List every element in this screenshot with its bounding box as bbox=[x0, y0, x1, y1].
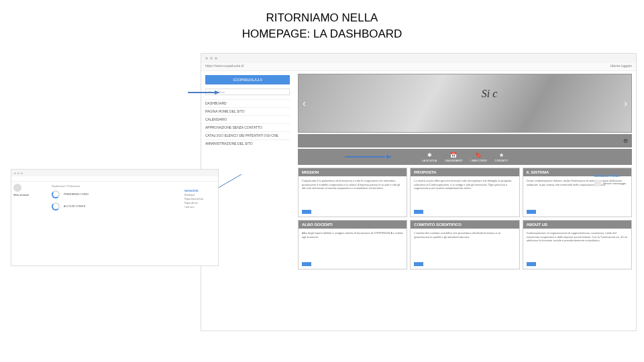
nav-item[interactable]: 📅CALENDARIO bbox=[445, 152, 462, 162]
menu-item[interactable]: CALENDARIO bbox=[205, 115, 290, 123]
menu-item[interactable]: DASHBOARD bbox=[205, 99, 290, 107]
slide-title-line1: RITORNIAMO NELLA bbox=[0, 10, 644, 26]
messages-heading: MESSAGGI PRIVATI bbox=[594, 174, 632, 178]
menu-item[interactable]: AMMINISTRAZIONE DEL SITO bbox=[205, 139, 290, 147]
nav-strip: ✱LA SCUOLA 📅CALENDARIO 🔖I MIEI CORSI ★CO… bbox=[298, 149, 632, 165]
gear-icon[interactable]: ⚙ bbox=[623, 138, 628, 144]
window-dot bbox=[14, 172, 16, 174]
card-about: ABOUT USConfcooperative, le organizzazio… bbox=[523, 220, 632, 269]
browser-url-bar[interactable]: https://www.coopskuola.it/ Utente loggat… bbox=[201, 63, 636, 71]
card-mission: MISSIONCoopskuola è la piattaforma di fo… bbox=[298, 168, 407, 217]
star-icon: ★ bbox=[499, 152, 504, 158]
annotation-arrow bbox=[345, 155, 392, 159]
site-logo[interactable]: COOPSKUOLA 2.0 bbox=[205, 75, 290, 84]
card-button[interactable] bbox=[527, 210, 536, 214]
menu-item[interactable]: PAGINA HOME DEL SITO bbox=[205, 107, 290, 115]
toolbar-strip: ⚙ bbox=[298, 134, 632, 147]
nav-link[interactable]: Pagine del sito bbox=[184, 202, 215, 204]
messages-item[interactable]: Nessun messaggio bbox=[594, 180, 632, 186]
card-comitato: COMITATO SCIENTIFICOI membri del comitat… bbox=[410, 220, 519, 269]
card-button[interactable] bbox=[527, 262, 536, 266]
puzzle-icon: ✱ bbox=[427, 152, 432, 158]
nav-block: NAVIGAZIONE Dashboard Pagina home del si… bbox=[184, 190, 215, 208]
slide-title-line2: HOMEPAGE: LA DASHBOARD bbox=[0, 26, 644, 42]
window-dot bbox=[205, 57, 208, 60]
user-avatar[interactable] bbox=[13, 184, 21, 192]
carousel-next-icon[interactable]: › bbox=[624, 98, 627, 109]
card-button[interactable] bbox=[414, 262, 423, 266]
progress-circle-icon bbox=[52, 202, 60, 210]
nav-item[interactable]: 🔖I MIEI CORSI bbox=[470, 152, 486, 162]
menu-item[interactable]: CATALOGO ELENCO DEI PATENTATI OGI-CNE bbox=[205, 131, 290, 139]
carousel-prev-icon[interactable]: ‹ bbox=[303, 98, 306, 109]
hero-script-text: Si c bbox=[482, 88, 498, 100]
card-grid: MISSIONCoopskuola è la piattaforma di fo… bbox=[298, 168, 632, 269]
nav-link[interactable]: Dashboard bbox=[184, 194, 215, 196]
nav-item[interactable]: ★CONTATTI bbox=[495, 152, 508, 162]
right-sidebar: MESSAGGI PRIVATI Nessun messaggio bbox=[594, 174, 632, 186]
card-proposta: PROPOSTALa nostra scuola offre percorsi … bbox=[410, 168, 519, 217]
card-button[interactable] bbox=[302, 210, 311, 214]
window-dot bbox=[17, 172, 19, 174]
main-screenshot: https://www.coopskuola.it/ Utente loggat… bbox=[201, 53, 637, 331]
browser-url-bar[interactable] bbox=[11, 176, 218, 182]
breadcrumb: Dashboard / Preferenze bbox=[52, 184, 215, 188]
bookmark-icon: 🔖 bbox=[475, 152, 482, 158]
nav-heading: NAVIGAZIONE bbox=[184, 190, 215, 192]
calendar-icon: 📅 bbox=[450, 152, 457, 158]
sidebar-menu: DASHBOARD PAGINA HOME DEL SITO CALENDARI… bbox=[205, 99, 290, 147]
card-albo: ALBO DOCENTIAlbo degli esperti abilitati… bbox=[298, 220, 407, 269]
window-dot bbox=[215, 57, 217, 60]
main-content: ‹ › Si c ⚙ ✱LA SCUOLA 📅CALENDARIO 🔖I MIE… bbox=[294, 71, 636, 330]
window-dot bbox=[21, 172, 23, 174]
nav-link[interactable]: I miei corsi bbox=[184, 206, 215, 208]
card-button[interactable] bbox=[414, 210, 423, 214]
progress-circle-icon bbox=[52, 190, 60, 198]
url-text: https://www.coopskuola.it/ bbox=[205, 64, 244, 70]
slide-title: RITORNIAMO NELLA HOMEPAGE: LA DASHBOARD bbox=[0, 10, 644, 42]
secondary-screenshot: elisa storozzi Dashboard / Preferenze PR… bbox=[11, 169, 219, 266]
card-button[interactable] bbox=[302, 262, 311, 266]
browser-chrome-top bbox=[201, 54, 636, 63]
hero-banner: ‹ › Si c bbox=[298, 74, 632, 133]
browser-chrome-top bbox=[11, 170, 218, 176]
menu-item[interactable]: APPROVAZIONE SENZA CONTATTO bbox=[205, 123, 290, 131]
nav-item[interactable]: ✱LA SCUOLA bbox=[422, 152, 437, 162]
user-label: Utente loggato bbox=[610, 64, 632, 70]
annotation-arrow-dropdown bbox=[188, 90, 220, 95]
user-name: elisa storozzi bbox=[13, 193, 47, 196]
avatar-icon bbox=[594, 180, 601, 186]
nav-link[interactable]: Pagina home del sito bbox=[184, 198, 215, 200]
profile-sidebar: elisa storozzi bbox=[11, 182, 49, 265]
window-dot bbox=[210, 57, 213, 60]
